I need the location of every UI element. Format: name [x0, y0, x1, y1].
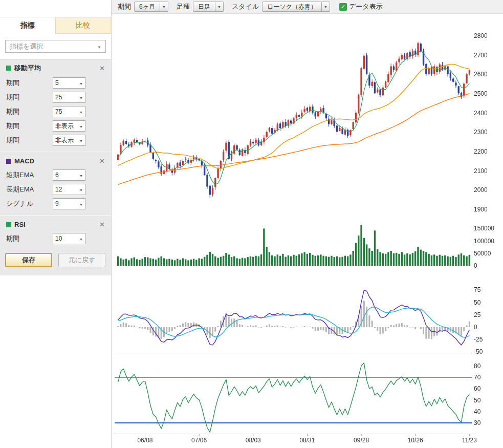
section-title: RSI: [14, 221, 26, 228]
select-value: 75: [55, 108, 62, 115]
tab-compare[interactable]: 比較: [55, 17, 112, 34]
chevron-down-icon: [79, 200, 83, 207]
param-row: 期間 25: [0, 90, 111, 104]
close-icon[interactable]: [99, 157, 105, 165]
param-row: 期間 非表示: [0, 119, 111, 133]
close-icon[interactable]: [99, 65, 105, 72]
section-macd: MACD 短期EMA 6 長期EMA 12: [0, 153, 111, 211]
chart-area: 期間 6ヶ月 足種 日足 スタイル ローソク（赤青） データ表示: [112, 0, 503, 448]
chart-canvas[interactable]: [112, 0, 503, 448]
select-value: 25: [55, 94, 62, 101]
param-label: 短期EMA: [6, 170, 34, 180]
chevron-down-icon: [97, 42, 101, 50]
chevron-down-icon: [79, 235, 83, 242]
select-value: 5: [55, 79, 59, 87]
param-label: 期間: [6, 78, 19, 88]
select-value: 9: [55, 200, 59, 207]
indicator-color-swatch: [6, 159, 11, 164]
indicator-sections: 移動平均 期間 5 期間 25: [0, 59, 111, 275]
param-label: 期間: [6, 121, 19, 131]
select-value: 非表示: [55, 122, 74, 131]
sidebar-buttons: 保存 元に戻す: [0, 246, 111, 268]
section-title: 移動平均: [14, 63, 41, 73]
ma-period-5-select[interactable]: 非表示: [53, 135, 85, 146]
rsi-period-select[interactable]: 10: [53, 233, 85, 244]
chevron-down-icon[interactable]: [322, 2, 330, 12]
save-button[interactable]: 保存: [5, 253, 52, 267]
param-row: 期間 10: [0, 231, 111, 246]
chevron-down-icon: [79, 94, 83, 101]
param-row: 期間 非表示: [0, 133, 111, 147]
param-row: 期間 75: [0, 104, 111, 119]
indicator-sidebar: 指標 比較 指標を選択 移動平均 期間 5: [0, 0, 112, 448]
section-divider: [0, 152, 111, 152]
param-row: 短期EMA 6: [0, 168, 111, 182]
reset-button[interactable]: 元に戻す: [58, 253, 105, 267]
ma-period-4-select[interactable]: 非表示: [53, 120, 85, 132]
ma-period-2-select[interactable]: 25: [53, 92, 85, 103]
ma-period-1-select[interactable]: 5: [53, 77, 85, 89]
period-value[interactable]: 6ヶ月: [134, 2, 160, 12]
bar-type-dropdown[interactable]: 日足: [193, 2, 224, 12]
param-label: 期間: [6, 107, 19, 116]
macd-signal-select[interactable]: 9: [53, 198, 85, 209]
section-header: 移動平均: [0, 59, 111, 76]
chevron-down-icon[interactable]: [160, 2, 168, 12]
select-value: 10: [55, 235, 62, 242]
data-display-checkbox[interactable]: [339, 3, 347, 11]
close-icon[interactable]: [99, 221, 105, 228]
indicator-select-placeholder: 指標を選択: [10, 42, 43, 51]
param-label: 長期EMA: [6, 185, 34, 194]
bar-type-label: 足種: [177, 2, 190, 11]
sidebar-body: 指標を選択 移動平均 期間 5: [0, 34, 111, 275]
sidebar-tabs: 指標 比較: [0, 17, 111, 34]
period-dropdown[interactable]: 6ヶ月: [134, 2, 168, 12]
indicator-select[interactable]: 指標を選択: [5, 40, 106, 53]
section-title: MACD: [14, 157, 34, 165]
tab-indicators[interactable]: 指標: [0, 17, 55, 34]
section-header: MACD: [0, 153, 111, 168]
chevron-down-icon[interactable]: [215, 2, 224, 12]
param-label: 期間: [6, 234, 19, 243]
style-dropdown[interactable]: ローソク（赤青）: [262, 2, 330, 12]
param-label: シグナル: [6, 199, 33, 208]
data-display-label: データ表示: [349, 2, 383, 11]
macd-fast-select[interactable]: 6: [53, 169, 85, 181]
section-divider: [0, 215, 111, 216]
indicator-color-swatch: [6, 66, 11, 71]
indicator-color-swatch: [6, 222, 11, 227]
macd-slow-select[interactable]: 12: [53, 184, 85, 195]
chevron-down-icon: [79, 108, 83, 115]
period-label: 期間: [118, 2, 131, 11]
param-row: 期間 5: [0, 76, 111, 90]
style-label: スタイル: [232, 2, 259, 11]
indicator-select-wrap: 指標を選択: [0, 34, 111, 59]
param-row: 長期EMA 12: [0, 182, 111, 197]
param-label: 期間: [6, 93, 19, 102]
chart-toolbar: 期間 6ヶ月 足種 日足 スタイル ローソク（赤青） データ表示: [112, 0, 503, 14]
chevron-down-icon: [79, 172, 83, 179]
chevron-down-icon: [79, 186, 83, 193]
chevron-down-icon: [79, 79, 83, 87]
bar-type-value[interactable]: 日足: [193, 2, 215, 12]
select-value: 非表示: [55, 136, 74, 145]
select-value: 12: [55, 186, 62, 193]
param-label: 期間: [6, 136, 19, 145]
section-rsi: RSI 期間 10: [0, 217, 111, 246]
style-value[interactable]: ローソク（赤青）: [262, 2, 322, 12]
chevron-down-icon: [79, 122, 83, 130]
param-row: シグナル 9: [0, 197, 111, 211]
chevron-down-icon: [79, 137, 83, 144]
ma-period-3-select[interactable]: 75: [53, 106, 85, 117]
select-value: 6: [55, 172, 59, 179]
section-header: RSI: [0, 217, 111, 231]
section-moving-average: 移動平均 期間 5 期間 25: [0, 59, 111, 147]
